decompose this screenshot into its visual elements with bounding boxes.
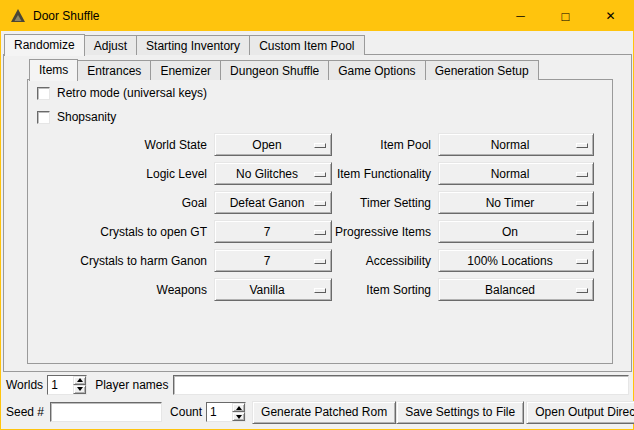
item-pool-label: Item Pool	[332, 138, 438, 152]
spin-arrows	[232, 403, 245, 421]
item-pool-dropdown[interactable]: Normal	[438, 133, 594, 156]
crystals-gt-dropdown[interactable]: 7	[214, 220, 332, 243]
retro-mode-row: Retro mode (universal keys)	[37, 86, 207, 100]
dropdown-indicator-icon	[314, 230, 326, 235]
dropdown-value: Open	[252, 138, 281, 152]
up-arrow-icon	[236, 406, 242, 410]
dropdown-value: Normal	[491, 167, 530, 181]
option-row: Crystals to open GT 7 Progressive Items …	[28, 217, 614, 246]
worlds-label: Worlds	[6, 378, 43, 392]
accessibility-label: Accessibility	[332, 254, 438, 268]
app-icon	[10, 8, 26, 24]
option-row: World State Open Item Pool Normal	[28, 130, 614, 159]
dropdown-value: Vanilla	[249, 283, 284, 297]
tab-enemizer[interactable]: Enemizer	[150, 60, 221, 80]
shopsanity-label: Shopsanity	[57, 110, 116, 124]
crystals-ganon-label: Crystals to harm Ganon	[28, 254, 214, 268]
dropdown-indicator-icon	[314, 172, 326, 177]
down-arrow-icon	[77, 387, 83, 391]
dropdown-value: Normal	[491, 138, 530, 152]
spin-arrows	[73, 376, 86, 394]
progressive-items-dropdown[interactable]: On	[438, 220, 594, 243]
save-settings-button[interactable]: Save Settings to File	[396, 401, 524, 424]
world-state-label: World State	[28, 138, 214, 152]
tab-items[interactable]: Items	[29, 59, 78, 81]
worlds-input[interactable]	[48, 376, 73, 394]
player-names-input[interactable]	[173, 375, 630, 395]
logic-level-dropdown[interactable]: No Glitches	[214, 162, 332, 185]
option-row: Goal Defeat Ganon Timer Setting No Timer	[28, 188, 614, 217]
logic-level-label: Logic Level	[28, 167, 214, 181]
worlds-spin-down-button[interactable]	[73, 385, 86, 394]
dropdown-indicator-icon	[314, 201, 326, 206]
window-title: Door Shuffle	[33, 9, 100, 23]
dropdown-indicator-icon	[314, 259, 326, 264]
progressive-items-label: Progressive Items	[332, 225, 438, 239]
dropdown-indicator-icon	[576, 201, 588, 206]
maximize-icon: □	[562, 10, 570, 23]
count-spin-up-button[interactable]	[232, 403, 245, 412]
dropdown-value: 7	[264, 225, 271, 239]
dropdown-value: No Glitches	[236, 167, 298, 181]
tab-generation-setup[interactable]: Generation Setup	[425, 60, 539, 80]
weapons-label: Weapons	[28, 283, 214, 297]
open-output-directory-button[interactable]: Open Output Directory	[526, 401, 634, 424]
accessibility-dropdown[interactable]: 100% Locations	[438, 249, 594, 272]
tab-game-options[interactable]: Game Options	[328, 60, 425, 80]
generate-patched-rom-button[interactable]: Generate Patched Rom	[252, 401, 396, 424]
close-icon: ✕	[605, 10, 615, 22]
seed-input[interactable]	[50, 402, 162, 422]
count-spinner[interactable]	[206, 402, 246, 422]
dropdown-indicator-icon	[576, 259, 588, 264]
tab-randomize[interactable]: Randomize	[4, 34, 85, 56]
count-label: Count	[170, 405, 202, 419]
crystals-ganon-dropdown[interactable]: 7	[214, 249, 332, 272]
count-spin-down-button[interactable]	[232, 412, 245, 421]
dropdown-indicator-icon	[576, 172, 588, 177]
minimize-button[interactable]: ─	[498, 1, 543, 31]
crystals-gt-label: Crystals to open GT	[28, 225, 214, 239]
options-grid: World State Open Item Pool Normal Logic …	[28, 130, 614, 304]
seed-row: Seed # Count Generate Patched Rom Save S…	[6, 400, 629, 424]
dropdown-indicator-icon	[576, 288, 588, 293]
tab-custom-item-pool[interactable]: Custom Item Pool	[249, 35, 364, 55]
dropdown-value: 7	[264, 254, 271, 268]
worlds-row: Worlds Player names	[6, 373, 629, 396]
retro-mode-label: Retro mode (universal keys)	[57, 86, 207, 100]
item-sorting-dropdown[interactable]: Balanced	[438, 278, 594, 301]
up-arrow-icon	[77, 378, 83, 382]
world-state-dropdown[interactable]: Open	[214, 133, 332, 156]
dropdown-value: 100% Locations	[467, 254, 552, 268]
item-functionality-label: Item Functionality	[332, 167, 438, 181]
timer-setting-dropdown[interactable]: No Timer	[438, 191, 594, 214]
shopsanity-row: Shopsanity	[37, 110, 116, 124]
weapons-dropdown[interactable]: Vanilla	[214, 278, 332, 301]
tab-starting-inventory[interactable]: Starting Inventory	[136, 35, 250, 55]
item-functionality-dropdown[interactable]: Normal	[438, 162, 594, 185]
dropdown-value: Defeat Ganon	[230, 196, 305, 210]
tab-entrances[interactable]: Entrances	[77, 60, 151, 80]
worlds-spinner[interactable]	[47, 375, 87, 395]
seed-label: Seed #	[6, 405, 44, 419]
outer-tabbar: Randomize Adjust Starting Inventory Cust…	[4, 33, 365, 55]
dropdown-value: Balanced	[485, 283, 535, 297]
tab-adjust[interactable]: Adjust	[84, 35, 137, 55]
close-button[interactable]: ✕	[588, 1, 633, 31]
titlebar[interactable]: Door Shuffle ─ □ ✕	[1, 1, 633, 31]
retro-mode-checkbox[interactable]	[37, 87, 50, 100]
door-shuffle-window: Door Shuffle ─ □ ✕ Randomize Adjust Star…	[0, 0, 634, 430]
tab-dungeon-shuffle[interactable]: Dungeon Shuffle	[220, 60, 329, 80]
dropdown-value: On	[502, 225, 518, 239]
dropdown-indicator-icon	[576, 230, 588, 235]
shopsanity-checkbox[interactable]	[37, 111, 50, 124]
worlds-spin-up-button[interactable]	[73, 376, 86, 385]
option-row: Weapons Vanilla Item Sorting Balanced	[28, 275, 614, 304]
goal-dropdown[interactable]: Defeat Ganon	[214, 191, 332, 214]
inner-tabbar: Items Entrances Enemizer Dungeon Shuffle…	[29, 58, 539, 80]
minimize-icon: ─	[516, 10, 525, 22]
option-row: Crystals to harm Ganon 7 Accessibility 1…	[28, 246, 614, 275]
maximize-button[interactable]: □	[543, 1, 588, 31]
count-input[interactable]	[207, 403, 232, 421]
item-sorting-label: Item Sorting	[332, 283, 438, 297]
caption-buttons: ─ □ ✕	[498, 1, 633, 31]
